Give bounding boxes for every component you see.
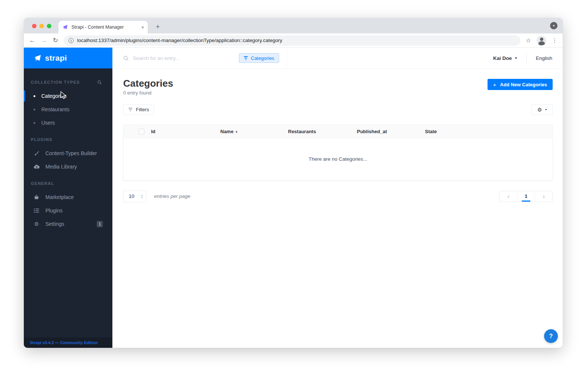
add-button-label: Add New Categories bbox=[500, 82, 547, 87]
chevron-right-icon: › bbox=[543, 193, 545, 199]
header-right: Kai Doe ▾ English bbox=[493, 53, 563, 63]
sidebar-item-categories[interactable]: Categories bbox=[24, 89, 112, 103]
column-header-state[interactable]: State bbox=[425, 129, 552, 134]
pagination-next-button[interactable]: › bbox=[535, 191, 552, 202]
user-name: Kai Doe bbox=[493, 55, 512, 61]
plus-icon: + bbox=[493, 82, 496, 87]
browser-window: Strapi - Content Manager × + ▾ ← → ↻ i l… bbox=[24, 18, 563, 348]
strapi-logo[interactable]: strapi bbox=[24, 48, 112, 68]
search-input[interactable] bbox=[133, 55, 226, 61]
strapi-logo-icon bbox=[33, 54, 42, 62]
filter-icon bbox=[128, 108, 132, 112]
table-empty-state: There are no Categories... bbox=[124, 138, 552, 180]
browser-profile-avatar[interactable] bbox=[537, 36, 546, 45]
column-label: Restaurants bbox=[288, 129, 316, 134]
add-new-categories-button[interactable]: + Add New Categories bbox=[488, 79, 553, 90]
reload-icon[interactable]: ↻ bbox=[53, 37, 58, 44]
page-info-icon[interactable]: i bbox=[68, 38, 74, 43]
filter-icon bbox=[244, 56, 248, 60]
app-header: Categories Kai Doe ▾ English bbox=[112, 48, 563, 69]
entries-per-page-value: 10 bbox=[129, 193, 141, 199]
avatar-head-shape bbox=[540, 38, 543, 41]
sidebar-item-plugins[interactable]: Plugins bbox=[24, 204, 112, 217]
new-tab-button[interactable]: + bbox=[153, 22, 163, 32]
back-icon[interactable]: ← bbox=[29, 37, 35, 44]
empty-message: There are no Categories... bbox=[309, 156, 367, 162]
gear-icon: ⚙ bbox=[33, 221, 39, 227]
table-settings-button[interactable]: ⚙ ▾ bbox=[531, 105, 553, 115]
table-header-row: Id Name ▴ Restaurants Published_at bbox=[124, 125, 552, 138]
section-general: GENERAL Marketplace bbox=[24, 180, 112, 231]
strapi-logo-text: strapi bbox=[45, 54, 67, 62]
entry-count: 0 entry found bbox=[123, 90, 173, 96]
tab-close-icon[interactable]: × bbox=[141, 25, 144, 30]
browser-tab-strapi[interactable]: Strapi - Content Manager × bbox=[58, 21, 148, 33]
search-icon[interactable] bbox=[97, 80, 102, 85]
sidebar-item-users[interactable]: Users bbox=[24, 116, 112, 129]
filters-button[interactable]: Filters bbox=[123, 105, 154, 115]
sidebar-item-label: Categories bbox=[41, 93, 67, 99]
sidebar-item-settings[interactable]: ⚙ Settings 1 bbox=[24, 217, 112, 231]
chevron-down-icon: ▾ bbox=[515, 56, 517, 60]
window-minimize-button[interactable] bbox=[39, 24, 44, 28]
section-label: PLUGINS bbox=[31, 137, 102, 142]
sidebar: strapi COLLECTION TYPES bbox=[24, 48, 112, 348]
column-header-published-at[interactable]: Published_at bbox=[357, 129, 425, 134]
browser-menu-icon[interactable]: ⋮ bbox=[552, 37, 557, 44]
entries-per-page-label: entries per page bbox=[154, 193, 191, 199]
window-close-button[interactable] bbox=[32, 24, 36, 28]
section-header-general: GENERAL bbox=[24, 180, 112, 187]
url-text: localhost:1337/admin/plugins/content-man… bbox=[77, 38, 282, 43]
section-header-collection-types: COLLECTION TYPES bbox=[24, 78, 112, 86]
window-controls bbox=[32, 24, 51, 28]
help-button[interactable]: ? bbox=[544, 329, 558, 343]
pagination-page-1[interactable]: 1 bbox=[517, 191, 535, 202]
sidebar-item-media-library[interactable]: Media Library bbox=[24, 160, 112, 173]
column-header-name[interactable]: Name ▴ bbox=[220, 129, 288, 134]
window-zoom-button[interactable] bbox=[47, 24, 51, 28]
strapi-app: strapi COLLECTION TYPES bbox=[24, 48, 563, 348]
stepper-icon: ▴ ▾ bbox=[141, 194, 143, 199]
sidebar-item-marketplace[interactable]: Marketplace bbox=[24, 190, 112, 204]
list-icon bbox=[33, 208, 39, 213]
sidebar-item-restaurants[interactable]: Restaurants bbox=[24, 103, 112, 116]
sidebar-item-label: Plugins bbox=[45, 208, 63, 214]
chevron-left-icon: ‹ bbox=[507, 193, 509, 199]
column-header-restaurants[interactable]: Restaurants bbox=[288, 129, 357, 134]
browser-toolbar: ← → ↻ i localhost:1337/admin/plugins/con… bbox=[24, 33, 563, 48]
strapi-version-link[interactable]: Strapi v3.4.2 — Community Edition bbox=[24, 337, 112, 348]
address-bar[interactable]: i localhost:1337/admin/plugins/content-m… bbox=[64, 35, 520, 46]
title-block: Categories 0 entry found bbox=[123, 78, 173, 96]
search-icon bbox=[123, 55, 129, 61]
table-footer: 10 ▴ ▾ entries per page ‹ bbox=[123, 190, 553, 202]
header-divider bbox=[286, 48, 287, 68]
page-title: Categories bbox=[123, 78, 173, 89]
column-header-id[interactable]: Id bbox=[151, 129, 220, 134]
cloud-upload-icon bbox=[33, 164, 39, 169]
sidebar-item-label: Settings bbox=[45, 221, 64, 227]
column-label: State bbox=[425, 129, 437, 134]
bookmark-star-icon[interactable]: ☆ bbox=[526, 37, 531, 44]
language-selector[interactable]: English bbox=[536, 55, 552, 61]
current-page-number: 1 bbox=[525, 193, 528, 199]
column-label: Published_at bbox=[357, 129, 387, 134]
stepper-down-icon[interactable]: ▾ bbox=[141, 196, 143, 199]
sidebar-item-label: Media Library bbox=[45, 164, 77, 170]
title-row: Categories 0 entry found + Add New Categ… bbox=[123, 78, 553, 96]
sidebar-item-label: Restaurants bbox=[41, 106, 69, 112]
browser-update-icon[interactable]: ▾ bbox=[550, 22, 557, 29]
select-all-checkbox[interactable] bbox=[139, 129, 144, 134]
chevron-down-icon: ▾ bbox=[545, 108, 547, 111]
section-plugins: PLUGINS Content-Types Builder bbox=[24, 136, 112, 173]
forward-icon[interactable]: → bbox=[41, 37, 47, 44]
sidebar-item-label: Content-Types Builder bbox=[45, 150, 97, 156]
entries-per-page-select[interactable]: 10 ▴ ▾ bbox=[123, 190, 146, 202]
sidebar-item-content-types-builder[interactable]: Content-Types Builder bbox=[24, 147, 112, 160]
user-menu[interactable]: Kai Doe ▾ bbox=[493, 55, 517, 61]
browser-tabstrip: Strapi - Content Manager × + ▾ bbox=[24, 18, 563, 33]
section-label: COLLECTION TYPES bbox=[31, 80, 97, 84]
paintbrush-icon bbox=[33, 151, 39, 156]
filter-chip-categories[interactable]: Categories bbox=[239, 53, 279, 63]
filters-row: Filters ⚙ ▾ bbox=[123, 105, 553, 115]
pagination-prev-button[interactable]: ‹ bbox=[500, 191, 517, 202]
